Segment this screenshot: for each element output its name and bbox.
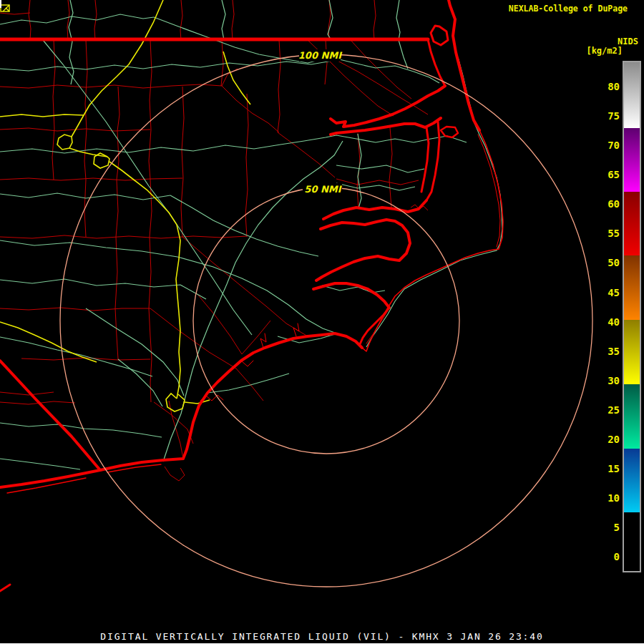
map-line (449, 0, 479, 130)
range-ring-label: 100 NMI (298, 50, 343, 61)
county-borders-layer (0, 0, 428, 481)
scale-segment (624, 320, 640, 384)
map-line (0, 178, 182, 180)
map-line (421, 127, 429, 192)
map-line (149, 40, 152, 402)
scale-segment (624, 384, 640, 449)
map-line (336, 179, 419, 185)
map-line (185, 400, 210, 404)
radar-display: 100 NMI50 NMI NEXLAB-College of DuPage N… (0, 0, 644, 644)
product-title: DIGITAL VERTICALLY INTEGRATED LIQUID (VI… (100, 631, 543, 642)
scale-segment (624, 128, 640, 192)
map-line (0, 135, 467, 153)
map-line (0, 585, 10, 591)
map-line (115, 87, 119, 359)
map-line (0, 423, 162, 437)
map-line (316, 220, 410, 280)
map-line (278, 132, 335, 177)
map-line (0, 392, 54, 395)
map-line (0, 240, 335, 333)
map-line (358, 134, 361, 208)
map-line (313, 283, 389, 308)
range-rings-layer (60, 54, 592, 587)
map-line (86, 308, 184, 396)
map-line (182, 237, 286, 323)
map-line (0, 279, 206, 299)
map-line (245, 94, 248, 237)
map-line (278, 40, 280, 132)
scale-segment (624, 512, 640, 571)
map-line (431, 26, 448, 45)
map-line (43, 40, 252, 335)
scale-segment (624, 192, 640, 255)
radar-map: 100 NMI50 NMI (0, 0, 644, 644)
map-line (441, 127, 458, 137)
map-line (154, 17, 439, 83)
attribution-text: NEXLAB-College of DuPage (509, 4, 628, 14)
map-line (0, 114, 84, 117)
map-line (197, 293, 242, 354)
map-line (428, 39, 445, 86)
map-line (260, 333, 266, 348)
map-line (374, 0, 376, 40)
map-line (118, 359, 162, 406)
range-ring-label: 50 NMI (304, 184, 342, 195)
map-line (336, 60, 428, 114)
highways-layer (0, 0, 250, 411)
map-line (236, 369, 263, 401)
map-line (0, 333, 362, 487)
map-line (478, 135, 500, 247)
map-line (165, 467, 185, 481)
map-line (323, 200, 426, 219)
cod-logo-icon (0, 3, 11, 14)
map-line (166, 394, 185, 411)
scale-units: [kg/m2] (586, 46, 623, 56)
map-line (109, 162, 180, 399)
map-line (426, 122, 439, 200)
map-line (0, 322, 97, 362)
map-line (208, 374, 289, 393)
scale-segment (624, 255, 640, 320)
color-scale-bar (623, 61, 641, 572)
map-line (72, 0, 163, 137)
map-line (331, 86, 445, 127)
map-line (29, 0, 31, 40)
map-line (0, 235, 247, 238)
map-line (0, 308, 150, 311)
scale-segment (624, 449, 640, 512)
map-line (293, 323, 299, 336)
map-line (154, 402, 193, 444)
map-line (0, 459, 80, 469)
coastline-state-borders-layer (0, 0, 503, 591)
map-line (222, 86, 279, 132)
map-line (396, 0, 408, 69)
roads-layer (0, 0, 502, 469)
map-line (322, 286, 385, 293)
map-line (180, 0, 182, 40)
map-line (221, 40, 223, 86)
map-line (242, 321, 270, 354)
map-line (0, 14, 154, 24)
map-line (360, 308, 389, 344)
map-line (67, 0, 69, 40)
scale-segment (624, 62, 640, 128)
range-ring (60, 54, 592, 587)
map-line (57, 135, 72, 150)
map-line (222, 0, 225, 40)
map-line (181, 87, 184, 237)
attribution: NEXLAB-College of DuPage (509, 4, 628, 14)
map-line (232, 0, 234, 40)
scale-title: NIDS (618, 36, 638, 47)
map-line (0, 361, 100, 470)
map-line (223, 52, 250, 104)
map-line (52, 40, 55, 180)
edge-artifact-top-left (0, 0, 1, 8)
map-line (336, 165, 424, 172)
map-line (0, 60, 336, 71)
map-line (0, 337, 152, 376)
